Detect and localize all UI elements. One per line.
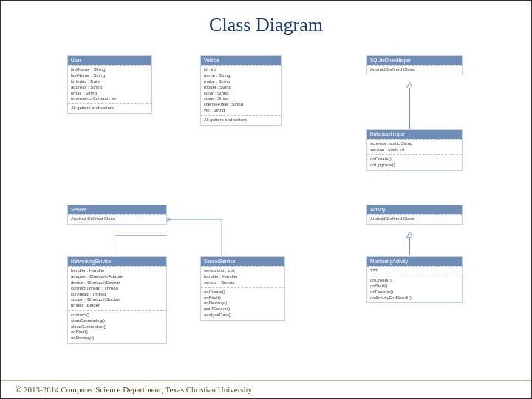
- op: onCreate(): [204, 290, 282, 296]
- attr: ???: [370, 268, 459, 274]
- attr: make : String: [204, 79, 278, 85]
- op: onBind(): [71, 330, 163, 335]
- attr: firstName : String: [71, 67, 149, 73]
- attr: socket : BluetoothSocket: [71, 297, 163, 303]
- attr: ioThread : Thread: [71, 292, 163, 298]
- class-user: User firstName : String lastName : Strin…: [67, 55, 152, 114]
- op: onDestroy(): [370, 290, 459, 296]
- attr: vin : String: [204, 108, 278, 114]
- op: onCreate(): [370, 157, 459, 163]
- class-activity: Activity Android Defined Class: [366, 205, 463, 225]
- attr: Android Defined Class: [370, 216, 459, 222]
- attr: device : BluetoothDevice: [71, 280, 163, 286]
- diagram-canvas: User firstName : String lastName : Strin…: [1, 42, 531, 367]
- op: onCreate(): [370, 278, 459, 284]
- class-header: DatabaseHelper: [367, 130, 462, 139]
- attr: id : int: [204, 67, 278, 73]
- attr: name : String: [204, 73, 278, 79]
- op: startConnecting(): [71, 318, 163, 324]
- attr: connectThread : Thread: [71, 286, 163, 292]
- class-vehicle: Vehicle id : int name : String make : St…: [200, 55, 282, 126]
- class-sensorservice: SensorService sensorList : List handler …: [200, 256, 285, 321]
- class-header: MonitoringActivity: [367, 257, 462, 266]
- attr: emergencyContact : str: [71, 96, 149, 102]
- attr: address : String: [71, 85, 149, 91]
- attr: Android Defined Class: [370, 67, 459, 73]
- attr: state : String: [204, 96, 278, 102]
- attr: binder : Binder: [71, 303, 163, 309]
- class-databasehelper: DatabaseHelper schema : static String ve…: [366, 129, 463, 171]
- class-networkingservice: NetworkingService handler : Handler adap…: [67, 256, 167, 344]
- class-header: User: [68, 56, 151, 65]
- class-header: Vehicle: [201, 56, 281, 65]
- attr: color : String: [204, 91, 278, 97]
- attr: licensePlate : String: [204, 102, 278, 108]
- attr: schema : static String: [370, 141, 459, 147]
- class-service: Service Android Defined Class: [67, 205, 167, 225]
- op: onStart(): [370, 284, 459, 290]
- footer: © 2013-2014 Computer Science Department,…: [1, 380, 531, 398]
- op: connect(): [71, 313, 163, 318]
- attr: Android Defined Class: [71, 216, 163, 222]
- attr: sensor : Sensor: [204, 280, 282, 286]
- attr: model : String: [204, 85, 278, 91]
- op: All getters and setters: [204, 117, 278, 123]
- op: onActivityForResult(): [370, 296, 459, 301]
- op: onBind(): [204, 296, 282, 301]
- op: closeConnection(): [71, 324, 163, 330]
- page-title: Class Diagram: [1, 1, 531, 42]
- class-header: SQLiteOpenHelper: [367, 56, 462, 65]
- class-monitoringactivity: MonitoringActivity ??? onCreate() onStar…: [366, 256, 463, 303]
- class-header: Service: [68, 205, 166, 214]
- attr: lastName : String: [71, 73, 149, 79]
- class-sqliteopenhelper: SQLiteOpenHelper Android Defined Class: [366, 55, 463, 75]
- attr: birthday : Date: [71, 79, 149, 85]
- op: analyzeData(): [204, 313, 282, 318]
- attr: handler : Handler: [71, 268, 163, 274]
- class-header: Activity: [367, 205, 462, 214]
- attr: version : static int: [370, 147, 459, 153]
- op: onDestroy(): [204, 301, 282, 307]
- attr: email : String: [71, 91, 149, 97]
- op: readSensor(): [204, 307, 282, 313]
- attr: handler : Handler: [204, 274, 282, 280]
- attr: adapter : BluetoothAdapter: [71, 274, 163, 280]
- class-header: SensorService: [201, 257, 284, 266]
- op: All getters and setters: [71, 106, 149, 112]
- op: onUpgrade(): [370, 163, 459, 168]
- op: onDestroy(): [71, 335, 163, 341]
- class-header: NetworkingService: [68, 257, 166, 266]
- attr: sensorList : List: [204, 268, 282, 274]
